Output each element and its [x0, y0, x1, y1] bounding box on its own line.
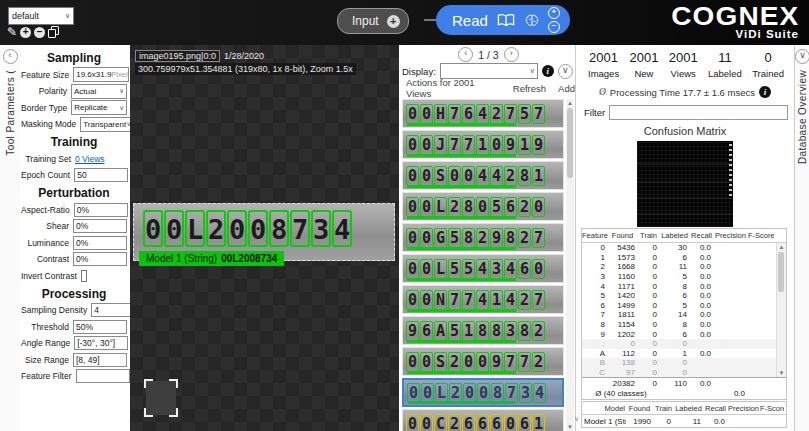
masking-mode-select[interactable]: Transparent∨: [80, 117, 134, 132]
scrollbar-thumb[interactable]: [778, 252, 784, 292]
info-icon[interactable]: i: [759, 86, 771, 98]
luminance-input[interactable]: [73, 236, 127, 250]
view-thumbnail[interactable]: 00J7710919: [402, 130, 564, 159]
table-row[interactable]: 216680110.0: [582, 262, 786, 272]
refresh-button[interactable]: Refresh: [513, 83, 546, 94]
table-row[interactable]: 2038201100.0: [582, 378, 786, 389]
collapse-left-icon[interactable]: ‹: [3, 49, 18, 64]
remove-icon[interactable]: −: [34, 27, 45, 38]
feature-filter-input[interactable]: [76, 369, 130, 383]
edit-icon[interactable]: ✎: [7, 26, 17, 38]
table-row[interactable]: Model 1 (Str19900110.0: [582, 415, 786, 427]
input-node-button[interactable]: Input +: [337, 8, 409, 34]
training-set-link[interactable]: 0 Views: [75, 154, 127, 164]
feature-table-scrollbar[interactable]: ▲ ▼: [776, 243, 786, 377]
collapse-bottom-icon[interactable]: ∨: [574, 415, 579, 423]
top-toolbar: default ∨ ✎ + − Input + Read + − COGNEX …: [0, 0, 809, 45]
feature-size-input[interactable]: 19.6x31.9 Pixel: [73, 67, 129, 82]
scroll-up-icon[interactable]: ▲: [566, 99, 574, 107]
masking-mode-label: Masking Mode: [21, 119, 80, 129]
add-button[interactable]: Add: [558, 83, 575, 94]
view-thumbnail[interactable]: 00N7741427: [402, 285, 564, 314]
scroll-up-icon[interactable]: ▲: [777, 243, 786, 251]
processing-time-text: Processing Time 17.7 ± 1.6 msecs: [610, 87, 755, 98]
display-label: Display:: [402, 66, 436, 77]
tool-parameters-tab[interactable]: Tool Parameters (: [5, 70, 16, 156]
view-thumbnail[interactable]: 00L5543460: [402, 254, 564, 283]
angle-range-input[interactable]: [74, 336, 128, 350]
tool-parameters-panel: Sampling Feature Size 19.6x31.9 Pixel Po…: [20, 45, 130, 431]
db-stats: 2001Images2001New2001Views11Labeled0Trai…: [576, 45, 794, 79]
view-thumbnail[interactable]: 00H7642757: [402, 99, 564, 128]
workspace-tools: ✎ + −: [7, 26, 59, 38]
add-icon[interactable]: +: [20, 27, 31, 38]
table-row[interactable]: 91202060.0: [582, 329, 786, 339]
actions-menu[interactable]: Actions for 2001 Views: [406, 77, 501, 99]
gallery-scrollbar[interactable]: ▲ ▼: [566, 99, 574, 431]
table-row[interactable]: 41171080.0: [582, 281, 786, 291]
polarity-select[interactable]: Actual∨: [71, 84, 127, 99]
contrast-input[interactable]: [73, 252, 127, 266]
next-page-icon[interactable]: ›: [504, 47, 519, 62]
size-range-input[interactable]: [73, 353, 127, 367]
aspect-ratio-input[interactable]: [74, 203, 128, 217]
feature-size-preview[interactable]: [146, 381, 176, 415]
increase-icon[interactable]: +: [548, 7, 560, 19]
table-row[interactable]: 81154080.0: [582, 320, 786, 330]
prev-page-icon[interactable]: ‹: [458, 47, 473, 62]
table-row[interactable]: 11573060.0: [582, 253, 786, 263]
model-table: ModelFoundTrainLabeledRecallPrecisionF-S…: [581, 401, 787, 428]
feature-filter-row: Feature Filter: [21, 369, 127, 383]
table-row[interactable]: :000: [582, 339, 786, 349]
tool-parameters-strip: ‹ Tool Parameters (: [0, 45, 21, 431]
confusion-matrix[interactable]: [637, 141, 733, 227]
view-thumbnail[interactable]: 00G5829827: [402, 223, 564, 252]
average-symbol: Ø: [599, 87, 606, 97]
feature-table-header: FeatureFoundTrainLabeledRecallPrecisionF…: [582, 229, 786, 243]
perturbation-heading: Perturbation: [21, 186, 127, 200]
polarity-value: Actual: [74, 87, 96, 96]
shear-input[interactable]: [73, 219, 127, 233]
database-overview-panel: 2001Images2001New2001Views11Labeled0Trai…: [575, 45, 794, 431]
image-canvas[interactable]: image0195.png|0:01/28/2020 300.759979x51…: [130, 45, 399, 431]
table-row[interactable]: 51420060.0: [582, 291, 786, 301]
invert-contrast-checkbox[interactable]: [81, 270, 87, 282]
table-row[interactable]: B13800: [582, 358, 786, 368]
feature-filter-label: Feature Filter: [21, 371, 76, 381]
view-thumbnail[interactable]: 00L2805620: [402, 192, 564, 221]
decrease-icon[interactable]: −: [548, 21, 560, 33]
sampling-density-row: Sampling Density: [21, 303, 127, 317]
epoch-count-input[interactable]: [74, 168, 128, 182]
plus-icon[interactable]: +: [387, 15, 400, 28]
table-row[interactable]: 054360300.0: [582, 243, 786, 253]
table-row[interactable]: A112010.0: [582, 349, 786, 359]
table-row[interactable]: 718110140.0: [582, 310, 786, 320]
scroll-down-icon[interactable]: ▼: [777, 369, 786, 377]
clone-icon[interactable]: [48, 26, 59, 38]
collapse-right-icon[interactable]: ∨: [795, 49, 809, 64]
scrollbar-thumb[interactable]: [567, 108, 573, 178]
filter-input[interactable]: [609, 105, 788, 120]
view-thumbnail[interactable]: 00L2008734: [402, 378, 564, 407]
read-tool-button[interactable]: Read + −: [436, 5, 570, 35]
border-type-select[interactable]: Replicate∨: [71, 100, 127, 115]
table-row[interactable]: 31160050.0: [582, 272, 786, 282]
view-thumbnail[interactable]: 00C2666061: [402, 409, 564, 431]
workspace-select[interactable]: default ∨: [8, 7, 74, 25]
expand-icon[interactable]: ∨: [558, 64, 573, 79]
model-read-value: 00L2008734: [221, 253, 277, 264]
chevron-down-icon: ∨: [65, 12, 70, 20]
view-thumbnail[interactable]: 00S0044281: [402, 161, 564, 190]
table-row[interactable]: C9700: [582, 368, 786, 378]
shear-label: Shear: [21, 221, 73, 231]
table-average-row: Ø (40 classes)0.0: [582, 389, 786, 400]
view-thumbnail[interactable]: 00S2009772: [402, 347, 564, 376]
table-row[interactable]: 61499050.0: [582, 301, 786, 311]
database-overview-tab[interactable]: Database Overview: [797, 70, 808, 164]
db-stat: 2001Views: [669, 50, 698, 79]
view-thumbnail[interactable]: 96A5188382: [402, 316, 564, 345]
detected-region[interactable]: 00L2008734 Model 1 (String)00L2008734: [133, 203, 395, 261]
threshold-input[interactable]: [73, 320, 127, 334]
info-icon[interactable]: i: [542, 65, 554, 77]
scroll-down-icon[interactable]: ▼: [566, 423, 574, 431]
